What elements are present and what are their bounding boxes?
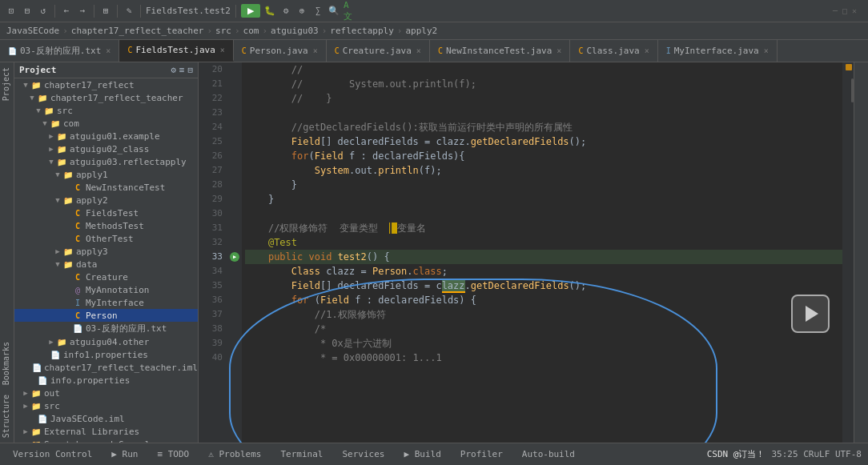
tab-close-creature[interactable]: ×	[416, 46, 421, 55]
status-services[interactable]: Services	[336, 447, 391, 461]
breadcrumb-item-2[interactable]: chapter17_reflect_teacher	[71, 26, 204, 36]
tree-item-infoprop[interactable]: ▶ 📄 info.properties	[14, 374, 198, 387]
tab-creature[interactable]: C Creature.java ×	[327, 40, 430, 62]
tree-item-atguigu02[interactable]: ▶ 📁 atguigu02_class	[14, 142, 198, 155]
tree-item-txt[interactable]: ▶ 📄 03-反射的应用.txt	[14, 322, 198, 335]
tab-close-myinterface[interactable]: ×	[764, 46, 769, 55]
run-gutter-indicator[interactable]: ▶	[227, 250, 242, 264]
tab-txt[interactable]: 📄 03-反射的应用.txt ×	[0, 40, 119, 62]
tree-item-javaseiml[interactable]: ▶ 📄 JavaSECode.iml	[14, 412, 198, 425]
breadcrumb-item-6[interactable]: reflectapply	[330, 26, 393, 36]
tree-item-atguigu04[interactable]: ▶ 📁 atguigu04.other	[14, 335, 198, 348]
arrow-icon: ▶	[21, 439, 30, 443]
status-build[interactable]: ▶ Build	[397, 447, 447, 461]
project-layout-icon[interactable]: ≡	[179, 65, 185, 75]
ln-38: 38	[199, 322, 227, 336]
tree-item-newinstancetest[interactable]: ▶ C NewInstanceTest	[14, 181, 198, 194]
tab-close-fields[interactable]: ×	[220, 46, 225, 54]
play-overlay-button[interactable]	[791, 295, 830, 333]
arrow-icon: ▶	[21, 427, 30, 436]
tab-close-txt[interactable]: ×	[106, 46, 111, 55]
tree-item-chapter17teacher[interactable]: ▼ 📁 chapter17_reflect_teacher	[14, 91, 198, 104]
tree-item-iml[interactable]: ▶ 📄 chapter17_reflect_teacher.iml	[14, 361, 198, 374]
debug-button[interactable]: 🐛	[263, 5, 276, 18]
translate-icon[interactable]: A文	[344, 5, 356, 18]
status-terminal[interactable]: Terminal	[274, 447, 329, 461]
status-problems[interactable]: ⚠ Problems	[202, 447, 267, 461]
code-line-30	[245, 206, 842, 221]
tab-fieldstest[interactable]: C FieldsTest.java ×	[119, 40, 233, 62]
tab-close-class[interactable]: ×	[645, 46, 649, 55]
sep2	[94, 5, 94, 18]
tree-item-apply3[interactable]: ▶ 📁 apply3	[14, 245, 198, 258]
breadcrumb-item-3[interactable]: src	[215, 26, 231, 36]
tree-label: src	[57, 106, 73, 116]
tab-myinterface[interactable]: I MyInterface.java ×	[658, 40, 778, 62]
project-collapse-icon[interactable]: ⊟	[187, 65, 193, 75]
tree-item-othertest[interactable]: ▶ C OtherTest	[14, 232, 198, 245]
tree-item-apply1[interactable]: ▼ 📁 apply1	[14, 168, 198, 181]
scrollbar-track[interactable]	[851, 62, 854, 443]
tab-close-person[interactable]: ×	[313, 46, 318, 55]
tab-person[interactable]: C Person.java ×	[234, 40, 327, 62]
breadcrumb-item-7[interactable]: apply2	[405, 26, 437, 36]
status-profiler[interactable]: Profiler	[454, 447, 509, 461]
tree-item-person[interactable]: ▶ C Person	[14, 309, 198, 322]
tree-item-chapter17reflect[interactable]: ▼ 📁 chapter17_reflect	[14, 78, 198, 91]
code-line-25: Field[] declaredFields = clazz.getDeclar…	[245, 134, 842, 149]
status-run[interactable]: ▶ Run	[105, 447, 144, 461]
gutter: ▶	[227, 62, 242, 443]
toolbar-icon-8[interactable]: ∑	[311, 5, 324, 18]
code-lines[interactable]: // // System.out.println(f); // } //getD…	[242, 62, 842, 443]
toolbar-icon-6[interactable]: ✎	[123, 5, 135, 18]
scrollbar-thumb[interactable]	[851, 78, 854, 102]
toolbar-icon-2[interactable]: ⊟	[21, 5, 34, 18]
tree-item-methodstest[interactable]: ▶ C MethodsTest	[14, 219, 198, 232]
gutter-line	[227, 206, 242, 221]
toolbar-icon-forward[interactable]: →	[76, 5, 89, 18]
toolbar-icon-9[interactable]: 🔍	[328, 5, 340, 18]
toolbar-icon-back[interactable]: ←	[60, 5, 73, 18]
tree-item-src2[interactable]: ▶ 📁 src	[14, 399, 198, 412]
tree-item-extlibs[interactable]: ▶ 📁 External Libraries	[14, 425, 198, 438]
status-autobuild[interactable]: Auto-build	[516, 447, 581, 461]
gutter-line	[227, 134, 242, 149]
toolbar-icon-1[interactable]: ⊡	[5, 5, 18, 18]
tree-item-apply2[interactable]: ▼ 📁 apply2	[14, 194, 198, 206]
ln-21: 21	[199, 77, 227, 91]
bookmarks-panel-label[interactable]: Bookmarks	[0, 337, 14, 390]
tree-item-out[interactable]: ▶ 📁 out	[14, 387, 198, 399]
build-icon[interactable]: ⚙	[279, 5, 292, 18]
breadcrumb-item-5[interactable]: atguigu03	[271, 26, 319, 36]
tab-close-newinstance[interactable]: ×	[557, 46, 561, 55]
file-path-display: FieldsTest.test2	[146, 6, 231, 16]
tab-class[interactable]: C Class.java ×	[570, 40, 657, 62]
project-panel-label[interactable]: Project	[0, 62, 14, 106]
tree-item-com[interactable]: ▼ 📁 com	[14, 117, 198, 130]
structure-panel-label[interactable]: Structure	[0, 390, 14, 443]
status-version-control[interactable]: Version Control	[6, 447, 98, 461]
project-gear-icon[interactable]: ⚙	[171, 65, 176, 75]
tree-item-creature[interactable]: ▶ C Creature	[14, 271, 198, 283]
breadcrumb-item-4[interactable]: com	[243, 26, 259, 36]
tree-item-info1[interactable]: ▶ 📄 info1.properties	[14, 348, 198, 361]
toolbar-icon-7[interactable]: ⊕	[295, 5, 308, 18]
tree-item-atguigu01[interactable]: ▶ 📁 atguigu01.example	[14, 130, 198, 142]
sep: ›	[235, 26, 240, 36]
run-button[interactable]: ▶	[241, 4, 260, 18]
tree-item-scratches[interactable]: ▶ 📁 Scratches and Consoles	[14, 438, 198, 443]
tree-item-myinterface[interactable]: ▶ I MyInterface	[14, 296, 198, 309]
status-todo[interactable]: ≡ TODO	[151, 447, 195, 461]
toolbar-icon-3[interactable]: ↺	[37, 5, 50, 18]
tree-item-data[interactable]: ▼ 📁 data	[14, 258, 198, 271]
tree-item-atguigu03[interactable]: ▼ 📁 atguigu03.reflectapply	[14, 155, 198, 168]
project-tree: Project ⚙ ≡ ⊟ ▼ 📁 chapter17_reflect ▼ 📁 …	[14, 62, 199, 443]
gutter-line	[227, 322, 242, 336]
breadcrumb-item-1[interactable]: JavaSECode	[6, 26, 59, 36]
tree-item-myannotation[interactable]: ▶ @ MyAnnotation	[14, 283, 198, 296]
tab-newinstance[interactable]: C NewInstanceTest.java ×	[430, 40, 571, 62]
code-line-21: // System.out.println(f);	[245, 77, 842, 91]
toolbar-icon-5[interactable]: ⊞	[99, 5, 112, 18]
tree-item-src[interactable]: ▼ 📁 src	[14, 104, 198, 117]
tree-item-fieldstest[interactable]: ▶ C FieldsTest	[14, 206, 198, 219]
